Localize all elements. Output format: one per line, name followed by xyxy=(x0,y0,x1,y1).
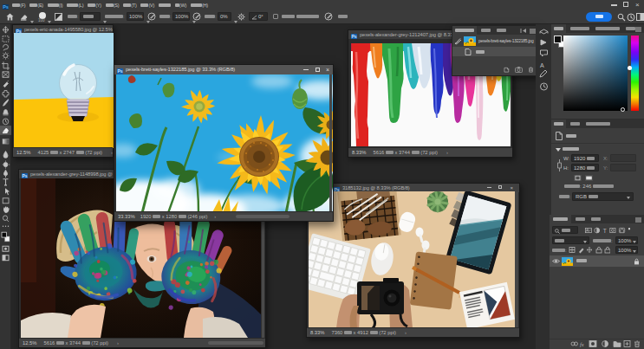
svg-text:fx: fx xyxy=(580,341,584,347)
svg-text:A: A xyxy=(540,62,544,68)
svg-text:T: T xyxy=(603,227,607,233)
